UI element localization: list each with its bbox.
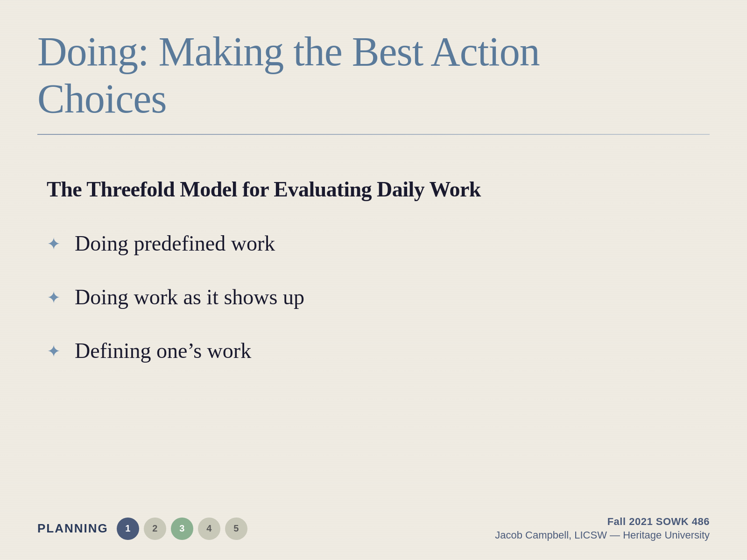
bullet-icon-2: ✦ <box>47 287 61 309</box>
nav-dot-5[interactable]: 5 <box>225 518 247 540</box>
bullet-text-2: Doing work as it shows up <box>75 283 304 311</box>
nav-dot-2[interactable]: 2 <box>144 518 166 540</box>
bullet-item-2: ✦ Doing work as it shows up <box>47 283 710 311</box>
footer-section: PLANNING 1 2 3 4 5 Fall 2021 SOWK 486 Ja… <box>37 516 710 541</box>
slide-container: Doing: Making the Best Action Choices Th… <box>0 0 747 560</box>
nav-dot-4[interactable]: 4 <box>198 518 220 540</box>
title-line2: Choices <box>37 76 167 121</box>
title-line1: Doing: Making the Best Action <box>37 29 540 74</box>
footer-right: Fall 2021 SOWK 486 Jacob Campbell, LICSW… <box>495 516 710 541</box>
bullet-icon-3: ✦ <box>47 341 61 363</box>
planning-nav: PLANNING 1 2 3 4 5 <box>37 518 247 540</box>
section-heading: The Threefold Model for Evaluating Daily… <box>47 177 710 202</box>
footer-author: Jacob Campbell, LICSW — Heritage Univers… <box>495 529 710 541</box>
nav-dot-3[interactable]: 3 <box>171 518 193 540</box>
bullet-item-3: ✦ Defining one’s work <box>47 337 710 365</box>
header-section: Doing: Making the Best Action Choices <box>37 28 710 135</box>
bullet-list: ✦ Doing predefined work ✦ Doing work as … <box>47 230 710 364</box>
main-content: The Threefold Model for Evaluating Daily… <box>37 140 710 364</box>
bullet-text-3: Defining one’s work <box>75 337 251 365</box>
footer-course: Fall 2021 SOWK 486 <box>495 516 710 528</box>
bullet-item-1: ✦ Doing predefined work <box>47 230 710 258</box>
header-divider <box>37 134 710 135</box>
nav-dot-1[interactable]: 1 <box>117 518 139 540</box>
bullet-text-1: Doing predefined work <box>75 230 275 258</box>
slide-title: Doing: Making the Best Action Choices <box>37 28 710 122</box>
bullet-icon-1: ✦ <box>47 233 61 255</box>
planning-label: PLANNING <box>37 521 108 536</box>
